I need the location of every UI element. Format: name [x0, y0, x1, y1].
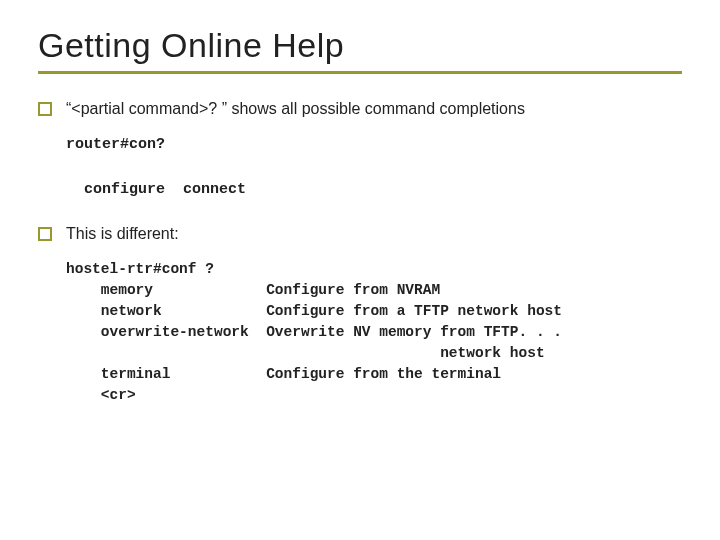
bullet-list: “<partial command>? ” shows all possible… [38, 98, 682, 406]
slide: Getting Online Help “<partial command>? … [0, 0, 720, 424]
bullet-item-2: This is different: [38, 223, 682, 245]
code-block-1: router#con? configure connect [66, 134, 682, 202]
bullet-marker-icon [38, 227, 52, 241]
bullet-item-1: “<partial command>? ” shows all possible… [38, 98, 682, 120]
bullet-marker-icon [38, 102, 52, 116]
slide-title: Getting Online Help [38, 26, 682, 65]
bullet-text-2: This is different: [66, 223, 179, 245]
bullet-text-1: “<partial command>? ” shows all possible… [66, 98, 525, 120]
title-underline [38, 71, 682, 74]
code-block-2: hostel-rtr#conf ? memory Configure from … [66, 259, 682, 406]
